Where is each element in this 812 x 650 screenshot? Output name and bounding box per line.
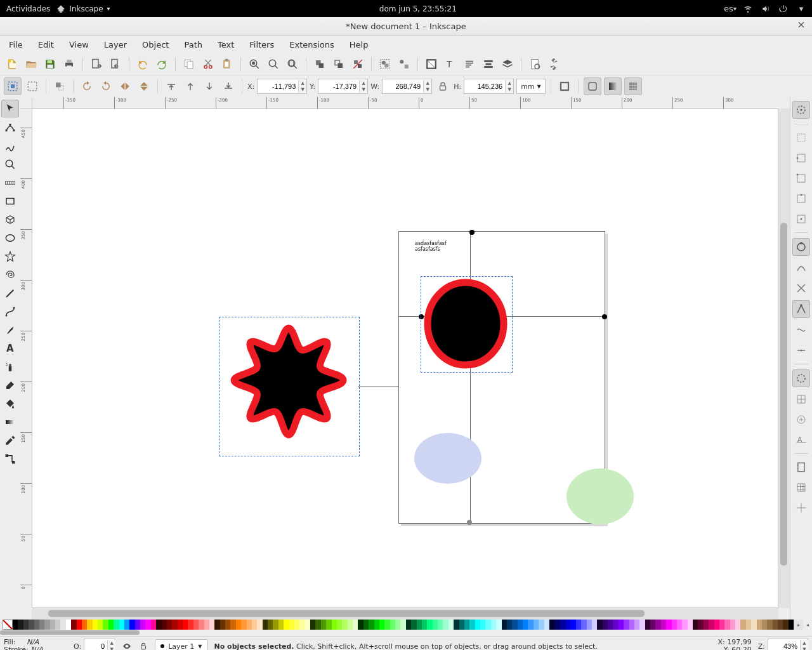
swatch[interactable] [369, 620, 374, 630]
toggle-select-touch-button[interactable] [51, 78, 68, 95]
swatch[interactable] [783, 620, 788, 630]
flip-horizontal-button[interactable] [117, 78, 133, 95]
swatch[interactable] [459, 620, 464, 630]
swatch[interactable] [549, 620, 554, 630]
swatch[interactable] [273, 620, 278, 630]
swatch[interactable] [491, 620, 496, 630]
guide-anchor[interactable] [469, 230, 475, 235]
raise-top-button[interactable] [163, 78, 180, 95]
snap-rotation-center[interactable] [793, 411, 809, 428]
swatch[interactable] [645, 620, 650, 630]
layer-visibility-toggle[interactable] [122, 641, 132, 650]
swatch[interactable] [209, 620, 214, 630]
align-dialog-button[interactable] [480, 56, 497, 72]
swatch[interactable] [773, 620, 778, 630]
swatch[interactable] [289, 620, 294, 630]
swatch[interactable] [539, 620, 544, 630]
swatch[interactable] [746, 620, 751, 630]
opacity-input[interactable]: ▲▼ [84, 639, 115, 650]
swatch[interactable] [13, 620, 18, 630]
swatch[interactable] [544, 620, 549, 630]
swatch[interactable] [619, 620, 624, 630]
swatch[interactable] [140, 620, 145, 630]
star-object[interactable] [221, 319, 357, 454]
swatch[interactable] [337, 620, 342, 630]
swatch[interactable] [299, 620, 304, 630]
swatch[interactable] [363, 620, 369, 630]
star-tool[interactable] [2, 248, 18, 265]
menu-object[interactable]: Object [136, 37, 175, 52]
swatch[interactable] [613, 620, 618, 630]
y-input[interactable]: ▲▼ [318, 79, 368, 94]
swatch[interactable] [305, 620, 310, 630]
measure-tool[interactable] [2, 175, 18, 191]
swatch[interactable] [268, 620, 273, 630]
unlink-clone-button[interactable] [350, 56, 366, 72]
snap-enable[interactable] [792, 101, 810, 119]
menu-path[interactable]: Path [178, 37, 209, 52]
swatch[interactable] [597, 620, 602, 630]
menu-filters[interactable]: Filters [243, 37, 280, 52]
swatch[interactable] [433, 620, 438, 630]
swatch[interactable] [93, 620, 98, 630]
swatch[interactable] [603, 620, 608, 630]
swatch[interactable] [119, 620, 124, 630]
swatch[interactable] [565, 620, 570, 630]
canvas-area[interactable]: asdasfasfasfasfasfasfs [32, 109, 778, 608]
swatch[interactable] [162, 620, 167, 630]
swatch[interactable] [129, 620, 134, 630]
lower-button[interactable] [201, 78, 218, 95]
xml-editor-button[interactable] [461, 56, 478, 72]
swatch[interactable] [50, 620, 55, 630]
swatch[interactable] [523, 620, 528, 630]
swatch[interactable] [709, 620, 714, 630]
swatch[interactable] [225, 620, 230, 630]
swatch[interactable] [629, 620, 634, 630]
swatch[interactable] [581, 620, 586, 630]
swatch[interactable] [135, 620, 140, 630]
snap-others[interactable] [792, 369, 810, 387]
swatch[interactable] [353, 620, 358, 630]
swatch[interactable] [528, 620, 533, 630]
swatch[interactable] [178, 620, 183, 630]
swatch[interactable] [587, 620, 592, 630]
snap-text-baseline[interactable]: A [793, 432, 809, 448]
swatch[interactable] [666, 620, 671, 630]
green-ellipse[interactable] [565, 467, 635, 526]
swatch[interactable] [214, 620, 219, 630]
menu-text[interactable]: Text [211, 37, 240, 52]
swatch[interactable] [464, 620, 469, 630]
canvas[interactable]: -350-300-250-200-150-100-500501001502002… [20, 97, 790, 620]
swatch[interactable] [560, 620, 565, 630]
activities-button[interactable]: Actividades [6, 4, 50, 13]
swatch[interactable] [454, 620, 459, 630]
swatch[interactable] [639, 620, 645, 630]
swatch[interactable] [188, 620, 193, 630]
ungroup-button[interactable] [396, 56, 412, 72]
swatch[interactable] [384, 620, 390, 630]
swatch[interactable] [661, 620, 666, 630]
snap-smooth[interactable] [793, 322, 809, 338]
swatch[interactable] [236, 620, 241, 630]
swatch[interactable] [650, 620, 655, 630]
gradient-tool[interactable] [2, 414, 18, 430]
close-button[interactable]: × [796, 20, 807, 31]
cut-button[interactable] [200, 56, 216, 72]
app-menu[interactable]: Inkscape [56, 4, 110, 13]
swatch[interactable] [71, 620, 76, 630]
swatch[interactable] [167, 620, 172, 630]
swatch[interactable] [358, 620, 363, 630]
swatch[interactable] [82, 620, 87, 630]
layer-select[interactable]: Layer 1▼ [155, 639, 207, 650]
w-input[interactable]: ▲▼ [382, 79, 432, 94]
swatch[interactable] [390, 620, 395, 630]
swatch[interactable] [199, 620, 204, 630]
swatch[interactable] [252, 620, 257, 630]
zoom-drawing-button[interactable] [265, 56, 282, 72]
menu-view[interactable]: View [63, 37, 95, 52]
swatch[interactable] [502, 620, 507, 630]
swatch[interactable] [278, 620, 284, 630]
swatch[interactable] [767, 620, 772, 630]
swatch[interactable] [554, 620, 560, 630]
swatch[interactable] [719, 620, 724, 630]
